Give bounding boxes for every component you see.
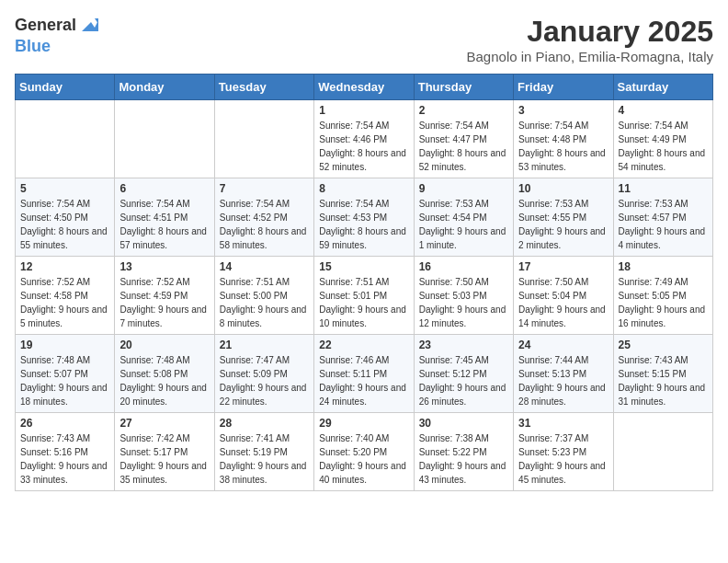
day-number: 30 <box>419 417 508 430</box>
day-number: 27 <box>119 417 209 430</box>
day-number: 24 <box>518 339 608 351</box>
day-info: Sunrise: 7:44 AM Sunset: 5:13 PM Dayligh… <box>518 353 608 408</box>
calendar-cell: 21Sunrise: 7:47 AM Sunset: 5:09 PM Dayli… <box>214 335 313 413</box>
day-number: 2 <box>419 104 508 117</box>
day-number: 3 <box>518 104 608 117</box>
day-info: Sunrise: 7:43 AM Sunset: 5:15 PM Dayligh… <box>619 353 708 408</box>
day-info: Sunrise: 7:38 AM Sunset: 5:22 PM Dayligh… <box>419 431 508 487</box>
day-info: Sunrise: 7:52 AM Sunset: 4:58 PM Dayligh… <box>20 275 109 330</box>
day-number: 15 <box>319 260 408 273</box>
day-number: 20 <box>119 339 209 351</box>
day-info: Sunrise: 7:50 AM Sunset: 5:03 PM Dayligh… <box>419 275 508 330</box>
day-info: Sunrise: 7:40 AM Sunset: 5:20 PM Dayligh… <box>319 431 408 487</box>
calendar-cell: 23Sunrise: 7:45 AM Sunset: 5:12 PM Dayli… <box>414 335 513 413</box>
day-number: 12 <box>20 260 109 273</box>
day-number: 21 <box>220 339 309 351</box>
calendar-cell: 17Sunrise: 7:50 AM Sunset: 5:04 PM Dayli… <box>514 257 613 335</box>
day-info: Sunrise: 7:54 AM Sunset: 4:50 PM Dayligh… <box>20 197 109 252</box>
day-info: Sunrise: 7:47 AM Sunset: 5:09 PM Dayligh… <box>220 353 309 408</box>
calendar-cell: 14Sunrise: 7:51 AM Sunset: 5:00 PM Dayli… <box>214 257 313 335</box>
day-number: 18 <box>619 260 708 273</box>
day-number: 17 <box>518 260 608 273</box>
calendar-cell: 29Sunrise: 7:40 AM Sunset: 5:20 PM Dayli… <box>314 413 414 491</box>
svg-marker-1 <box>95 18 98 24</box>
weekday-header-saturday: Saturday <box>613 75 712 100</box>
day-info: Sunrise: 7:45 AM Sunset: 5:12 PM Dayligh… <box>419 353 508 408</box>
weekday-header-monday: Monday <box>115 75 214 100</box>
day-info: Sunrise: 7:41 AM Sunset: 5:19 PM Dayligh… <box>220 431 309 487</box>
calendar-cell: 24Sunrise: 7:44 AM Sunset: 5:13 PM Dayli… <box>514 335 613 413</box>
calendar-cell: 13Sunrise: 7:52 AM Sunset: 4:59 PM Dayli… <box>115 257 214 335</box>
day-number: 16 <box>419 260 508 273</box>
day-number: 7 <box>220 182 309 195</box>
day-number: 6 <box>119 182 209 195</box>
day-info: Sunrise: 7:54 AM Sunset: 4:47 PM Dayligh… <box>419 119 508 174</box>
logo-blue: Blue <box>15 37 51 55</box>
weekday-header-thursday: Thursday <box>414 75 513 100</box>
calendar-cell: 20Sunrise: 7:48 AM Sunset: 5:08 PM Dayli… <box>115 335 214 413</box>
logo: General Blue <box>15 15 100 57</box>
calendar-subtitle: Bagnolo in Piano, Emilia-Romagna, Italy <box>467 49 713 64</box>
week-row-3: 12Sunrise: 7:52 AM Sunset: 4:58 PM Dayli… <box>16 257 713 335</box>
day-number: 29 <box>319 417 408 430</box>
day-number: 10 <box>518 182 608 195</box>
calendar-cell: 22Sunrise: 7:46 AM Sunset: 5:11 PM Dayli… <box>314 335 414 413</box>
calendar-cell <box>115 100 214 178</box>
calendar-title: January 2025 <box>467 15 713 49</box>
day-number: 19 <box>20 339 109 351</box>
week-row-1: 1Sunrise: 7:54 AM Sunset: 4:46 PM Daylig… <box>16 100 713 178</box>
calendar-cell <box>613 413 712 491</box>
day-info: Sunrise: 7:54 AM Sunset: 4:46 PM Dayligh… <box>319 119 408 174</box>
day-number: 14 <box>220 260 309 273</box>
day-info: Sunrise: 7:51 AM Sunset: 5:01 PM Dayligh… <box>319 275 408 330</box>
day-number: 26 <box>20 417 109 430</box>
weekday-header-row: SundayMondayTuesdayWednesdayThursdayFrid… <box>16 75 713 100</box>
day-info: Sunrise: 7:54 AM Sunset: 4:52 PM Dayligh… <box>220 197 309 252</box>
weekday-header-wednesday: Wednesday <box>314 75 414 100</box>
day-info: Sunrise: 7:54 AM Sunset: 4:51 PM Dayligh… <box>119 197 209 252</box>
day-info: Sunrise: 7:46 AM Sunset: 5:11 PM Dayligh… <box>319 353 408 408</box>
day-number: 31 <box>518 417 608 430</box>
logo-icon <box>78 15 100 37</box>
day-info: Sunrise: 7:42 AM Sunset: 5:17 PM Dayligh… <box>119 431 209 487</box>
calendar-cell: 18Sunrise: 7:49 AM Sunset: 5:05 PM Dayli… <box>613 257 712 335</box>
calendar-cell: 2Sunrise: 7:54 AM Sunset: 4:47 PM Daylig… <box>414 100 513 178</box>
calendar-cell <box>16 100 115 178</box>
day-info: Sunrise: 7:48 AM Sunset: 5:08 PM Dayligh… <box>119 353 209 408</box>
calendar-cell: 30Sunrise: 7:38 AM Sunset: 5:22 PM Dayli… <box>414 413 513 491</box>
day-number: 8 <box>319 182 408 195</box>
calendar-cell: 8Sunrise: 7:54 AM Sunset: 4:53 PM Daylig… <box>314 178 414 257</box>
calendar-cell: 12Sunrise: 7:52 AM Sunset: 4:58 PM Dayli… <box>16 257 115 335</box>
week-row-5: 26Sunrise: 7:43 AM Sunset: 5:16 PM Dayli… <box>16 413 713 491</box>
logo-general: General <box>15 16 76 36</box>
day-number: 1 <box>319 104 408 117</box>
day-number: 4 <box>619 104 708 117</box>
day-info: Sunrise: 7:54 AM Sunset: 4:49 PM Dayligh… <box>619 119 708 174</box>
day-info: Sunrise: 7:49 AM Sunset: 5:05 PM Dayligh… <box>619 275 708 330</box>
day-info: Sunrise: 7:50 AM Sunset: 5:04 PM Dayligh… <box>518 275 608 330</box>
calendar-cell: 9Sunrise: 7:53 AM Sunset: 4:54 PM Daylig… <box>414 178 513 257</box>
day-number: 22 <box>319 339 408 351</box>
day-info: Sunrise: 7:54 AM Sunset: 4:48 PM Dayligh… <box>518 119 608 174</box>
calendar-cell: 19Sunrise: 7:48 AM Sunset: 5:07 PM Dayli… <box>16 335 115 413</box>
day-info: Sunrise: 7:37 AM Sunset: 5:23 PM Dayligh… <box>518 431 608 487</box>
day-number: 28 <box>220 417 309 430</box>
calendar-cell: 31Sunrise: 7:37 AM Sunset: 5:23 PM Dayli… <box>514 413 613 491</box>
header: General Blue January 2025 Bagnolo in Pia… <box>15 15 713 64</box>
day-number: 23 <box>419 339 508 351</box>
day-info: Sunrise: 7:53 AM Sunset: 4:55 PM Dayligh… <box>518 197 608 252</box>
week-row-4: 19Sunrise: 7:48 AM Sunset: 5:07 PM Dayli… <box>16 335 713 413</box>
day-number: 25 <box>619 339 708 351</box>
day-info: Sunrise: 7:53 AM Sunset: 4:54 PM Dayligh… <box>419 197 508 252</box>
title-area: January 2025 Bagnolo in Piano, Emilia-Ro… <box>467 15 713 64</box>
calendar-cell: 10Sunrise: 7:53 AM Sunset: 4:55 PM Dayli… <box>514 178 613 257</box>
calendar-cell: 5Sunrise: 7:54 AM Sunset: 4:50 PM Daylig… <box>16 178 115 257</box>
calendar-cell: 28Sunrise: 7:41 AM Sunset: 5:19 PM Dayli… <box>214 413 313 491</box>
day-info: Sunrise: 7:54 AM Sunset: 4:53 PM Dayligh… <box>319 197 408 252</box>
week-row-2: 5Sunrise: 7:54 AM Sunset: 4:50 PM Daylig… <box>16 178 713 257</box>
day-number: 5 <box>20 182 109 195</box>
day-number: 13 <box>119 260 209 273</box>
calendar-cell <box>214 100 313 178</box>
calendar-cell: 4Sunrise: 7:54 AM Sunset: 4:49 PM Daylig… <box>613 100 712 178</box>
day-info: Sunrise: 7:43 AM Sunset: 5:16 PM Dayligh… <box>20 431 109 487</box>
